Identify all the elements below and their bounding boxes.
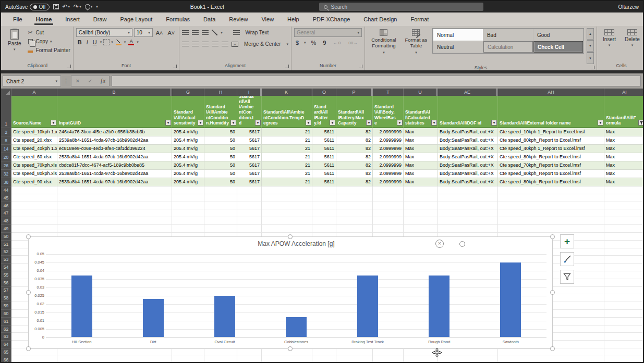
empty-cell[interactable] xyxy=(11,186,57,194)
chart-resize-handle[interactable] xyxy=(550,346,555,351)
row-number-46[interactable]: 46 xyxy=(1,202,11,210)
delete-cells-button[interactable]: Delete▾ xyxy=(622,28,643,48)
cell-O8[interactable]: 5611 xyxy=(312,136,336,145)
cell-AE2[interactable]: Body:SeatPasRail, out:+X xyxy=(438,128,498,136)
bold-button[interactable]: B xyxy=(76,39,83,45)
empty-cell[interactable] xyxy=(312,209,336,217)
empty-cell[interactable] xyxy=(11,194,57,202)
empty-cell[interactable] xyxy=(604,264,644,271)
row-number-60[interactable]: 60 xyxy=(1,310,11,318)
column-header-I[interactable]: I xyxy=(237,89,262,96)
empty-cell[interactable] xyxy=(172,225,204,233)
cell-T26[interactable]: 2.0999999 xyxy=(373,161,404,170)
empty-cell[interactable] xyxy=(498,225,604,233)
dialog-launcher-icon[interactable] xyxy=(173,65,177,68)
empty-cell[interactable] xyxy=(604,241,644,248)
cell-P38[interactable]: 82 xyxy=(336,178,373,186)
empty-cell[interactable] xyxy=(237,202,262,210)
row-number-52[interactable]: 52 xyxy=(1,248,11,256)
empty-cell[interactable] xyxy=(312,194,336,202)
empty-cell[interactable] xyxy=(57,217,172,225)
row-number-64[interactable]: 64 xyxy=(1,341,11,348)
format-as-table-button[interactable]: Format as Table▾ xyxy=(403,28,430,55)
empty-cell[interactable] xyxy=(604,217,644,225)
row-number-56[interactable]: 56 xyxy=(1,279,11,287)
empty-cell[interactable] xyxy=(237,356,262,363)
cell-I8[interactable]: 5617 xyxy=(237,136,262,145)
empty-cell[interactable] xyxy=(438,225,498,233)
empty-cell[interactable] xyxy=(604,302,644,310)
align-top-button[interactable] xyxy=(182,30,189,35)
bar-sawtooth[interactable] xyxy=(500,262,521,337)
filter-dropdown-button[interactable]: ▼ xyxy=(598,120,603,126)
column-header-AE[interactable]: AE xyxy=(438,89,498,96)
empty-cell[interactable] xyxy=(262,202,312,210)
cell-O20[interactable]: 5611 xyxy=(312,153,336,161)
filter-dropdown-button[interactable]: ▼ xyxy=(491,120,497,126)
italic-button[interactable]: I xyxy=(85,39,90,45)
cell-G32[interactable]: 205.4 mV/g xyxy=(172,170,204,178)
empty-cell[interactable] xyxy=(237,217,262,225)
empty-cell[interactable] xyxy=(262,217,312,225)
empty-cell[interactable] xyxy=(373,202,404,210)
empty-cell[interactable] xyxy=(57,356,172,363)
cell-B20[interactable]: 2539a8b4-1651-4cda-97cb-16b9902d42aa xyxy=(57,153,172,161)
currency-button[interactable]: $ xyxy=(294,40,300,46)
cell-P8[interactable]: 82 xyxy=(336,136,373,145)
empty-cell[interactable] xyxy=(204,186,237,194)
cell-AH20[interactable]: Cte speed_80kph_Report to Excel.lmsf xyxy=(498,153,604,161)
bar-oval-circuit[interactable] xyxy=(214,296,235,337)
empty-cell[interactable] xyxy=(237,186,262,194)
cell-K20[interactable]: 21 xyxy=(262,153,312,161)
column-header-AI[interactable]: AI xyxy=(604,89,644,96)
cell-AH8[interactable]: Cte speed_80kph_Report to Excel.lmsf xyxy=(498,136,604,145)
header-cell-AE[interactable]: Standard\All\DOF id▼ xyxy=(438,96,498,128)
comma-style-button[interactable]: 9 xyxy=(321,40,327,46)
bar-hill-section[interactable] xyxy=(71,276,92,337)
empty-cell[interactable] xyxy=(262,225,312,233)
copy-button[interactable]: Copy▾ xyxy=(27,37,70,46)
cell-I38[interactable]: 5617 xyxy=(237,178,262,186)
empty-cell[interactable] xyxy=(404,217,438,225)
filter-dropdown-button[interactable]: ▼ xyxy=(306,120,311,126)
empty-cell[interactable] xyxy=(312,217,336,225)
empty-cell[interactable] xyxy=(336,348,373,356)
column-header-P[interactable]: P xyxy=(336,89,373,96)
empty-cell[interactable] xyxy=(604,310,644,318)
empty-cell[interactable] xyxy=(57,202,172,210)
empty-cell[interactable] xyxy=(404,225,438,233)
cell-G14[interactable]: 205.4 mV/g xyxy=(172,145,204,153)
cell-AI2[interactable]: Max xyxy=(604,128,644,136)
column-header-U[interactable]: U xyxy=(404,89,438,96)
empty-cell[interactable] xyxy=(438,194,498,202)
empty-cell[interactable] xyxy=(604,318,644,326)
align-right-button[interactable] xyxy=(202,42,209,46)
chart-resize-handle[interactable] xyxy=(550,290,555,295)
filter-dropdown-button[interactable]: ▼ xyxy=(51,120,56,126)
empty-cell[interactable] xyxy=(438,202,498,210)
enter-button[interactable]: ✓ xyxy=(84,78,96,84)
empty-cell[interactable] xyxy=(11,209,57,217)
cell-AH26[interactable]: Cte speed_70kph_Report to Excel.lmsf xyxy=(498,161,604,170)
align-center-button[interactable] xyxy=(192,42,199,46)
tab-formulas[interactable]: Formulas xyxy=(159,12,197,26)
empty-cell[interactable] xyxy=(312,356,336,363)
cell-U14[interactable]: Max xyxy=(404,145,438,153)
tab-view[interactable]: View xyxy=(254,12,281,26)
empty-cell[interactable] xyxy=(604,248,644,256)
cell-U32[interactable]: Max xyxy=(404,170,438,178)
row-number-66[interactable]: 66 xyxy=(1,356,11,363)
cell-A20[interactable]: Cte speed_60.xlsx xyxy=(11,153,57,161)
row-number-32[interactable]: 32 xyxy=(1,170,11,178)
cell-AH14[interactable]: Cte speed_40kph 1_Report to Excel.lmsf xyxy=(498,145,604,153)
tab-pdf-xchange[interactable]: PDF-XChange xyxy=(306,12,357,26)
empty-cell[interactable] xyxy=(336,217,373,225)
empty-cell[interactable] xyxy=(262,186,312,194)
cell-H26[interactable]: 50 xyxy=(204,161,237,170)
empty-cell[interactable] xyxy=(604,294,644,302)
header-cell-H[interactable]: Standard\All\AmbientCondition.Humidity▼ xyxy=(204,96,237,128)
cell-P2[interactable]: 82 xyxy=(336,128,373,136)
empty-cell[interactable] xyxy=(373,348,404,356)
row-number-44[interactable]: 44 xyxy=(1,186,11,194)
header-cell-A[interactable]: Source.Name▼ xyxy=(11,96,57,128)
